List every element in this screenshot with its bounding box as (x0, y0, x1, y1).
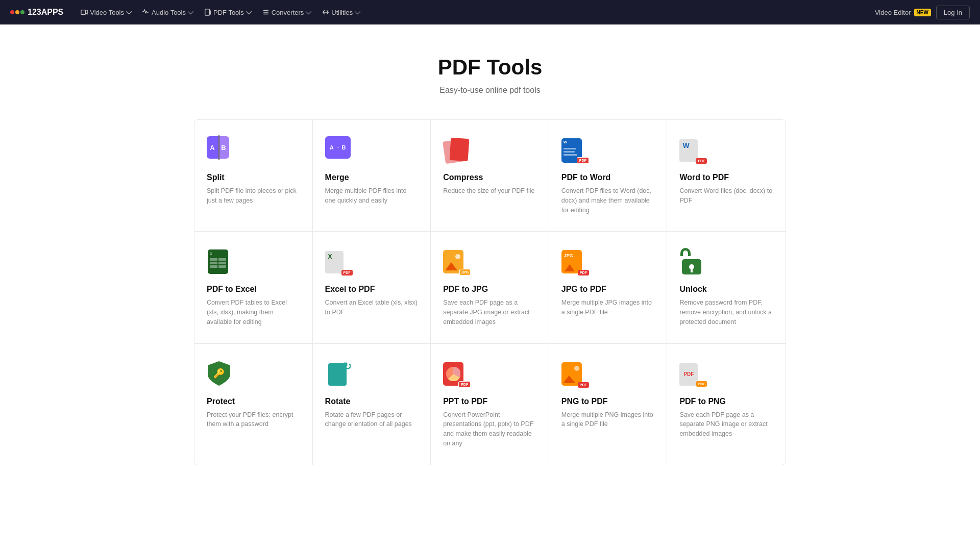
tool-desc-pdf-to-png: Save each PDF page as a separate PNG ima… (679, 410, 773, 439)
excel-to-pdf-icon: X PDF (325, 248, 354, 277)
tool-rotate[interactable]: ↻ Rotate Rotate a few PDF pages or chang… (313, 344, 431, 465)
page-subtitle: Easy-to-use online pdf tools (194, 86, 786, 95)
tool-jpg-to-pdf[interactable]: JPG PDF JPG to PDF Merge multiple JPG im… (549, 232, 668, 343)
pdf-to-png-icon: PDF PNG (679, 360, 708, 389)
app-logo[interactable]: 123APPS (10, 8, 63, 17)
nav-audio-tools[interactable]: Audio Tools (137, 6, 197, 19)
tool-name-compress: Compress (443, 173, 536, 182)
tool-name-pdf-to-jpg: PDF to JPG (443, 285, 536, 294)
navbar: 123APPS Video Tools Audio Tools PDF Tool… (0, 0, 980, 24)
tool-desc-excel-to-pdf: Convert an Excel table (xls, xlsx) to PD… (325, 298, 419, 317)
pdf-to-jpg-icon: JPG (443, 248, 472, 277)
tool-name-excel-to-pdf: Excel to PDF (325, 285, 419, 294)
tool-name-protect: Protect (207, 397, 300, 406)
chevron-utilities (355, 9, 360, 14)
tool-png-to-pdf[interactable]: PDF PNG to PDF Merge multiple PNG images… (549, 344, 668, 465)
tool-name-pdf-to-excel: PDF to Excel (207, 285, 300, 294)
tool-ppt-to-pdf[interactable]: PDF PPT to PDF Convert PowerPoint presen… (431, 344, 549, 465)
svg-rect-1 (205, 9, 210, 15)
tool-pdf-to-jpg[interactable]: JPG PDF to JPG Save each PDF page as a s… (431, 232, 549, 343)
tool-desc-protect: Protect your PDF files: encrypt them wit… (207, 410, 300, 430)
tool-desc-png-to-pdf: Merge multiple PNG images into a single … (561, 410, 655, 430)
merge-icon: A→B (325, 136, 354, 165)
tool-name-pdf-to-word: PDF to Word (561, 173, 655, 182)
tool-desc-pdf-to-excel: Convert PDF tables to Excel (xls, xlsx),… (207, 298, 300, 327)
ppt-chart (446, 367, 460, 381)
rotate-icon: ↻ (325, 360, 354, 389)
unlock-icon (679, 248, 708, 277)
tool-name-rotate: Rotate (325, 397, 419, 406)
tool-desc-word-to-pdf: Convert Word files (doc, docx) to PDF (679, 186, 773, 206)
tool-excel-to-pdf[interactable]: X PDF Excel to PDF Convert an Excel tabl… (313, 232, 431, 343)
audio-icon (142, 9, 150, 16)
video-icon (81, 9, 88, 16)
app-name: 123APPS (28, 8, 63, 17)
word-to-pdf-icon: W PDF (679, 136, 708, 165)
tools-grid: A B Split Split PDF file into pieces or … (194, 119, 786, 465)
pdf-to-excel-icon: ≡ (207, 248, 235, 277)
tool-merge[interactable]: A→B Merge Merge multiple PDF files into … (313, 120, 431, 232)
tool-pdf-to-png[interactable]: PDF PNG PDF to PNG Save each PDF page as… (667, 344, 786, 465)
tool-name-png-to-pdf: PNG to PDF (561, 397, 655, 406)
tool-desc-pdf-to-jpg: Save each PDF page as a separate JPG ima… (443, 298, 536, 327)
ppt-to-pdf-icon: PDF (443, 360, 472, 389)
tool-name-jpg-to-pdf: JPG to PDF (561, 285, 655, 294)
tool-desc-unlock: Remove password from PDF, remove encrypt… (679, 298, 773, 327)
chevron-converters (306, 9, 311, 14)
tool-desc-compress: Reduce the size of your PDF file (443, 186, 536, 196)
tool-desc-ppt-to-pdf: Convert PowerPoint presentations (ppt, p… (443, 410, 536, 448)
pdf-icon (204, 9, 211, 16)
tool-desc-jpg-to-pdf: Merge multiple JPG images into a single … (561, 298, 655, 317)
tool-name-ppt-to-pdf: PPT to PDF (443, 397, 536, 406)
tool-word-to-pdf[interactable]: W PDF Word to PDF Convert Word files (do… (667, 120, 786, 232)
tool-desc-rotate: Rotate a few PDF pages or change orienta… (325, 410, 419, 430)
tool-desc-merge: Merge multiple PDF files into one quickl… (325, 186, 419, 206)
tool-pdf-to-word[interactable]: W PDF PDF to Word Convert PDF files to W… (549, 120, 668, 232)
main-content: PDF Tools Easy-to-use online pdf tools A… (184, 24, 796, 486)
tool-desc-pdf-to-word: Convert PDF files to Word (doc, docx) an… (561, 186, 655, 215)
tool-protect[interactable]: 🔑 Protect Protect your PDF files: encryp… (194, 344, 313, 465)
tool-name-word-to-pdf: Word to PDF (679, 173, 773, 182)
login-button[interactable]: Log In (936, 6, 970, 19)
nav-items: Video Tools Audio Tools PDF Tools Conver… (76, 6, 863, 19)
nav-converters[interactable]: Converters (257, 6, 315, 19)
pdf-to-word-icon: W PDF (561, 136, 590, 165)
compress-icon (443, 136, 472, 165)
utilities-icon (322, 9, 329, 16)
nav-right: Video Editor NEW Log In (875, 6, 970, 19)
tool-unlock[interactable]: Unlock Remove password from PDF, remove … (667, 232, 786, 343)
new-badge: NEW (914, 9, 931, 16)
tool-compress[interactable]: Compress Reduce the size of your PDF fil… (431, 120, 549, 232)
png-to-pdf-icon: PDF (561, 360, 590, 389)
logo-icon (10, 10, 24, 14)
svg-text:🔑: 🔑 (213, 368, 225, 379)
page-title: PDF Tools (194, 55, 786, 80)
chevron-pdf (246, 9, 251, 14)
nav-pdf-tools[interactable]: PDF Tools (199, 6, 255, 19)
tool-name-split: Split (207, 173, 300, 182)
svg-rect-0 (81, 10, 86, 15)
tool-name-merge: Merge (325, 173, 419, 182)
tool-desc-split: Split PDF file into pieces or pick just … (207, 186, 300, 206)
video-editor-label: Video Editor NEW (875, 9, 931, 16)
chevron-audio (188, 9, 193, 14)
shield-svg: 🔑 (207, 360, 231, 387)
protect-icon: 🔑 (207, 360, 235, 389)
chevron-video (126, 9, 132, 14)
tool-split[interactable]: A B Split Split PDF file into pieces or … (194, 120, 313, 232)
split-icon: A B (207, 136, 235, 165)
converters-icon (262, 9, 270, 16)
nav-video-tools[interactable]: Video Tools (76, 6, 135, 19)
tool-pdf-to-excel[interactable]: ≡ PDF to Excel Convert PDF tables to Exc… (194, 232, 313, 343)
tool-name-unlock: Unlock (679, 285, 773, 294)
tool-name-pdf-to-png: PDF to PNG (679, 397, 773, 406)
nav-utilities[interactable]: Utilities (317, 6, 364, 19)
jpg-to-pdf-icon: JPG PDF (561, 248, 590, 277)
